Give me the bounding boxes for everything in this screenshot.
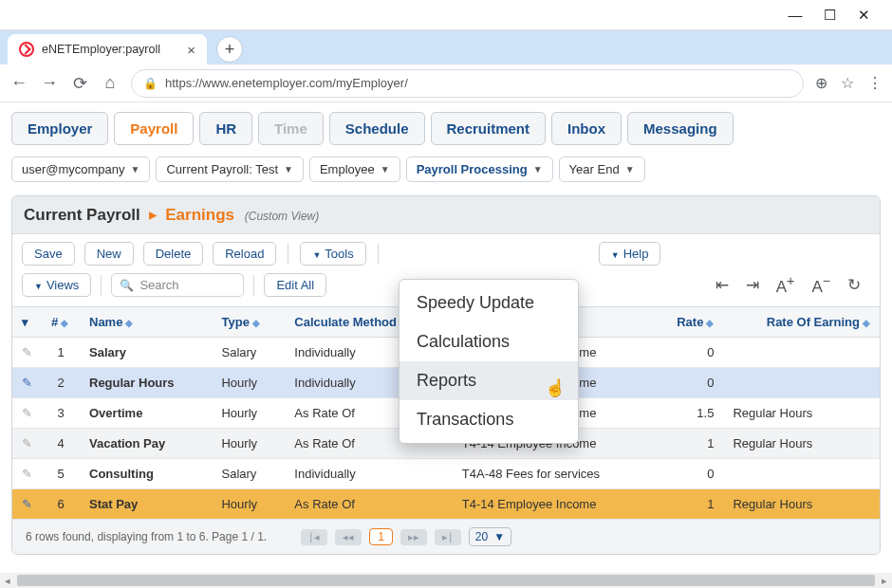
refresh-icon[interactable]: ↻ bbox=[847, 275, 861, 295]
help-dropdown[interactable]: ▼Help bbox=[599, 242, 661, 266]
bookmark-icon[interactable]: ☆ bbox=[841, 74, 854, 92]
cell-rate: 0 bbox=[652, 459, 723, 489]
breadcrumb-sub: Earnings bbox=[165, 206, 234, 224]
font-increase-icon[interactable]: A+ bbox=[776, 273, 795, 297]
cell-rate: 1 bbox=[652, 429, 723, 459]
indent-right-icon[interactable]: ⇥ bbox=[746, 275, 759, 295]
tab-hr[interactable]: HR bbox=[199, 112, 252, 145]
menu-item-reports[interactable]: Reports bbox=[400, 361, 578, 400]
tools-dropdown[interactable]: ▼Tools bbox=[300, 242, 365, 266]
search-input[interactable]: Search bbox=[111, 273, 244, 297]
tab-schedule[interactable]: Schedule bbox=[329, 112, 425, 145]
minimize-button[interactable]: — bbox=[778, 2, 812, 28]
font-decrease-icon[interactable]: A− bbox=[811, 273, 830, 297]
cell-type: Hourly bbox=[212, 489, 285, 520]
new-tab-button[interactable]: + bbox=[216, 36, 243, 63]
lock-icon: 🔒 bbox=[143, 77, 158, 90]
payroll-processing-menu: Speedy UpdateCalculationsReportsTransact… bbox=[399, 279, 579, 444]
back-icon[interactable]: ← bbox=[9, 73, 28, 93]
table-row[interactable]: ✎6Stat PayHourlyAs Rate OfT4-14 Employee… bbox=[12, 489, 880, 520]
toolbar-separator bbox=[288, 244, 288, 265]
cell-name: Vacation Pay bbox=[80, 429, 212, 459]
maximize-button[interactable]: ☐ bbox=[812, 2, 846, 28]
cell-type: Hourly bbox=[212, 398, 285, 429]
edit-row-icon[interactable]: ✎ bbox=[12, 459, 42, 489]
payroll-processing-dropdown[interactable]: Payroll Processing▼ bbox=[406, 156, 553, 182]
table-pager: 6 rows found, displaying from 1 to 6. Pa… bbox=[12, 520, 880, 554]
pager-prev[interactable]: ◂◂ bbox=[335, 529, 362, 545]
toolbar-separator bbox=[378, 244, 379, 265]
filter-icon[interactable]: ▾ bbox=[22, 315, 28, 329]
edit-row-icon[interactable]: ✎ bbox=[12, 368, 42, 398]
save-button[interactable]: Save bbox=[22, 242, 75, 266]
breadcrumb-root: Current Payroll bbox=[24, 206, 140, 224]
menu-kebab-icon[interactable]: ⋮ bbox=[867, 74, 883, 92]
cell-rate: 0 bbox=[652, 338, 723, 368]
reload-button[interactable]: Reload bbox=[213, 242, 276, 266]
pager-first[interactable]: ∣◂ bbox=[301, 529, 327, 545]
table-tool-icons: ⇤ ⇥ A+ A− ↻ bbox=[715, 273, 870, 297]
url-input[interactable]: 🔒 https://www.enetemployer.com/myEmploye… bbox=[131, 69, 804, 98]
tab-recruitment[interactable]: Recruitment bbox=[431, 112, 547, 145]
tab-payroll[interactable]: Payroll bbox=[114, 112, 194, 145]
current-payroll-dropdown[interactable]: Current Payroll: Test▼ bbox=[156, 156, 303, 182]
employee-dropdown[interactable]: Employee▼ bbox=[309, 156, 400, 182]
col-type[interactable]: Type◆ bbox=[212, 307, 285, 338]
pager-next[interactable]: ▸▸ bbox=[400, 529, 427, 545]
cell-roe: Regular Hours bbox=[723, 398, 880, 429]
cell-rate: 1 bbox=[652, 489, 723, 520]
col-rate[interactable]: Rate◆ bbox=[652, 307, 723, 338]
panel-toolbar: Save New Delete Reload ▼Tools ▼Help bbox=[12, 234, 880, 273]
cell-name: Consulting bbox=[80, 459, 212, 489]
cell-name: Regular Hours bbox=[80, 368, 212, 398]
window-titlebar: — ☐ ✕ bbox=[0, 0, 892, 30]
edit-row-icon[interactable]: ✎ bbox=[12, 489, 42, 520]
cell-num: 2 bbox=[42, 368, 80, 398]
edit-all-button[interactable]: Edit All bbox=[264, 273, 326, 297]
tab-inbox[interactable]: Inbox bbox=[551, 112, 622, 145]
cell-t4: T4-14 Employee Income bbox=[453, 489, 652, 520]
pager-current-page[interactable]: 1 bbox=[369, 528, 393, 545]
cell-t4: T4A-48 Fees for services bbox=[453, 459, 652, 489]
close-window-button[interactable]: ✕ bbox=[846, 2, 881, 28]
browser-tab[interactable]: eNETEmployer:payroll × bbox=[8, 34, 207, 64]
edit-row-icon[interactable]: ✎ bbox=[12, 338, 42, 368]
zoom-icon[interactable]: ⊕ bbox=[815, 74, 827, 92]
edit-row-icon[interactable]: ✎ bbox=[12, 429, 42, 459]
scrollbar-thumb[interactable] bbox=[17, 575, 875, 586]
cell-roe bbox=[723, 368, 880, 398]
chevron-right-icon: ▸ bbox=[149, 206, 158, 224]
tab-time[interactable]: Time bbox=[258, 112, 324, 145]
col-name[interactable]: Name◆ bbox=[80, 307, 212, 338]
table-row[interactable]: ✎5ConsultingSalaryIndividuallyT4A-48 Fee… bbox=[12, 459, 880, 489]
indent-left-icon[interactable]: ⇤ bbox=[715, 275, 729, 295]
menu-item-speedy-update[interactable]: Speedy Update bbox=[400, 284, 578, 322]
scroll-left-icon[interactable]: ◂ bbox=[0, 575, 15, 587]
pager-last[interactable]: ▸∣ bbox=[435, 529, 461, 545]
browser-tabstrip: eNETEmployer:payroll × + bbox=[0, 30, 892, 64]
menu-item-calculations[interactable]: Calculations bbox=[400, 322, 578, 361]
menu-item-transactions[interactable]: Transactions bbox=[400, 400, 578, 439]
pager-size-select[interactable]: 20▼ bbox=[469, 527, 511, 546]
cell-name: Salary bbox=[80, 338, 212, 368]
home-icon[interactable]: ⌂ bbox=[101, 73, 120, 93]
scroll-right-icon[interactable]: ▸ bbox=[877, 575, 892, 587]
tab-messaging[interactable]: Messaging bbox=[627, 112, 734, 145]
horizontal-scrollbar[interactable]: ◂ ▸ bbox=[0, 573, 892, 588]
app-main-tabs: EmployerPayrollHRTimeScheduleRecruitment… bbox=[11, 112, 881, 145]
reload-icon[interactable]: ⟳ bbox=[70, 73, 89, 94]
panel-header: Current Payroll ▸ Earnings (Custom View) bbox=[12, 196, 880, 234]
views-dropdown[interactable]: ▼Views bbox=[22, 273, 91, 297]
close-tab-icon[interactable]: × bbox=[187, 42, 195, 58]
cell-rate: 1.5 bbox=[652, 398, 723, 429]
col-rate-of-earning[interactable]: Rate Of Earning◆ bbox=[723, 307, 880, 338]
filter-dropdown-row: user@mycompany▼ Current Payroll: Test▼ E… bbox=[11, 156, 881, 182]
year-end-dropdown[interactable]: Year End▼ bbox=[559, 156, 645, 182]
col-#[interactable]: #◆ bbox=[42, 307, 80, 338]
edit-row-icon[interactable]: ✎ bbox=[12, 398, 42, 429]
delete-button[interactable]: Delete bbox=[143, 242, 204, 266]
tab-employer[interactable]: Employer bbox=[11, 112, 108, 145]
forward-icon[interactable]: → bbox=[40, 73, 59, 93]
new-button[interactable]: New bbox=[84, 242, 134, 266]
user-dropdown[interactable]: user@mycompany▼ bbox=[11, 156, 150, 182]
